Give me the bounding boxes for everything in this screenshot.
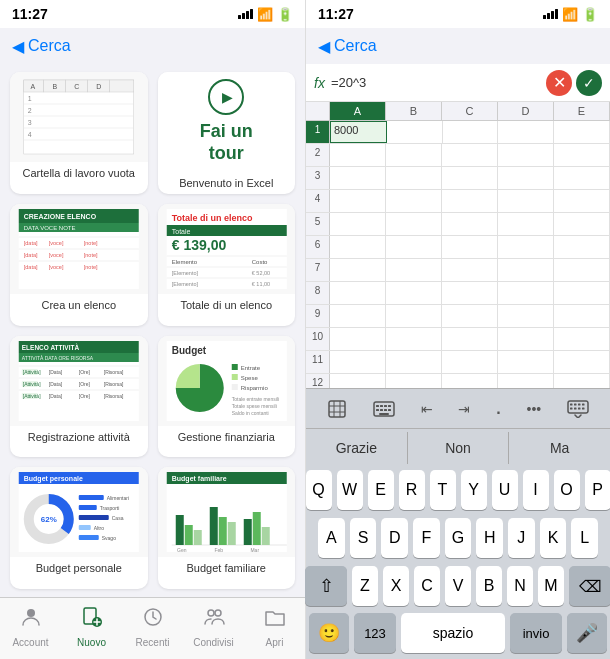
key-i[interactable]: I [523,470,549,510]
key-microphone[interactable]: 🎤 [567,613,607,653]
key-shift[interactable]: ⇧ [305,566,347,606]
key-x[interactable]: X [383,566,409,606]
suggestion-non[interactable]: Non [408,432,510,464]
left-back-arrow-icon[interactable]: ◀ [12,37,24,56]
toolbar-decimal-icon[interactable]: . [488,396,508,422]
sheet-cell-e11[interactable] [554,351,610,373]
sheet-cell-e6[interactable] [554,236,610,258]
template-card-activity[interactable]: ELENCO ATTIVITÀ ATTIVITÀ DATA ORE RISORS… [10,336,148,458]
sheet-cell-b3[interactable] [386,167,442,189]
sheet-cell-e10[interactable] [554,328,610,350]
sheet-cell-a9[interactable] [330,305,386,327]
key-f[interactable]: F [413,518,440,558]
template-card-tour[interactable]: Fai untour Benvenuto in Excel [158,72,296,194]
sheet-cell-a10[interactable] [330,328,386,350]
sheet-cell-d6[interactable] [498,236,554,258]
sheet-cell-d11[interactable] [498,351,554,373]
nav-item-apri[interactable]: Apri [244,605,305,648]
sheet-cell-a12[interactable] [330,374,386,388]
sheet-cell-d2[interactable] [498,144,554,166]
sheet-cell-a8[interactable] [330,282,386,304]
key-p[interactable]: P [585,470,611,510]
key-v[interactable]: V [445,566,471,606]
key-h[interactable]: H [476,518,503,558]
sheet-cell-e4[interactable] [554,190,610,212]
sheet-cell-c1[interactable] [443,121,499,143]
sheet-cell-a6[interactable] [330,236,386,258]
sheet-cell-a4[interactable] [330,190,386,212]
key-j[interactable]: J [508,518,535,558]
key-u[interactable]: U [492,470,518,510]
right-back-label[interactable]: Cerca [334,37,377,55]
sheet-cell-a7[interactable] [330,259,386,281]
sheet-cell-d3[interactable] [498,167,554,189]
template-card-financial[interactable]: Budget Entrate Spese Risparmio Totale en… [158,336,296,458]
sheet-cell-c9[interactable] [442,305,498,327]
template-card-family-budget[interactable]: Budget familiare Gen [158,467,296,589]
sheet-cell-a5[interactable] [330,213,386,235]
sheet-cell-e1[interactable] [554,121,610,143]
sheet-cell-e7[interactable] [554,259,610,281]
left-back-label[interactable]: Cerca [28,37,71,55]
nav-item-account[interactable]: Account [0,605,61,648]
sheet-cell-b7[interactable] [386,259,442,281]
sheet-cell-a2[interactable] [330,144,386,166]
sheet-cell-a1[interactable]: 8000 [330,121,387,143]
key-space[interactable]: spazio [401,613,505,653]
formula-input[interactable] [331,75,540,90]
key-a[interactable]: A [318,518,345,558]
sheet-cell-b4[interactable] [386,190,442,212]
sheet-cell-c7[interactable] [442,259,498,281]
sheet-cell-b1[interactable] [387,121,443,143]
sheet-cell-e9[interactable] [554,305,610,327]
key-k[interactable]: K [540,518,567,558]
sheet-cell-d10[interactable] [498,328,554,350]
key-q[interactable]: Q [306,470,332,510]
toolbar-more-icon[interactable]: ••• [519,397,550,421]
sheet-cell-d5[interactable] [498,213,554,235]
sheet-cell-b11[interactable] [386,351,442,373]
sheet-cell-e5[interactable] [554,213,610,235]
key-m[interactable]: M [538,566,564,606]
toolbar-table-icon[interactable] [319,395,355,423]
formula-confirm-button[interactable]: ✓ [576,70,602,96]
key-t[interactable]: T [430,470,456,510]
key-emoji[interactable]: 🙂 [309,613,349,653]
toolbar-hide-keyboard-icon[interactable] [559,396,597,422]
sheet-cell-d4[interactable] [498,190,554,212]
sheet-cell-e3[interactable] [554,167,610,189]
nav-item-condivisi[interactable]: Condivisi [183,605,244,648]
sheet-cell-e12[interactable] [554,374,610,388]
sheet-cell-d8[interactable] [498,282,554,304]
key-123[interactable]: 123 [354,613,396,653]
key-delete[interactable]: ⌫ [569,566,610,606]
sheet-col-header-d[interactable]: D [498,102,554,120]
key-w[interactable]: W [337,470,363,510]
sheet-cell-d7[interactable] [498,259,554,281]
sheet-cell-d1[interactable] [498,121,554,143]
sheet-cell-e8[interactable] [554,282,610,304]
key-s[interactable]: S [350,518,377,558]
key-return[interactable]: invio [510,613,562,653]
sheet-cell-c11[interactable] [442,351,498,373]
key-e[interactable]: E [368,470,394,510]
sheet-cell-a11[interactable] [330,351,386,373]
sheet-col-header-b[interactable]: B [386,102,442,120]
sheet-cell-c3[interactable] [442,167,498,189]
sheet-cell-b10[interactable] [386,328,442,350]
key-g[interactable]: G [445,518,472,558]
sheet-cell-d12[interactable] [498,374,554,388]
key-o[interactable]: O [554,470,580,510]
nav-item-nuovo[interactable]: Nuovo [61,605,122,648]
template-card-totale[interactable]: Totale di un elenco Totale € 139,00 Elem… [158,204,296,326]
sheet-cell-b12[interactable] [386,374,442,388]
template-card-blank[interactable]: A B C D 1 2 3 4 Cartella di lavoro vuota [10,72,148,194]
key-l[interactable]: L [571,518,598,558]
sheet-col-header-e[interactable]: E [554,102,610,120]
template-card-personal-budget[interactable]: Budget personale 62% Alimentari Trasport… [10,467,148,589]
sheet-cell-c5[interactable] [442,213,498,235]
key-n[interactable]: N [507,566,533,606]
sheet-cell-b8[interactable] [386,282,442,304]
key-d[interactable]: D [381,518,408,558]
sheet-cell-b5[interactable] [386,213,442,235]
